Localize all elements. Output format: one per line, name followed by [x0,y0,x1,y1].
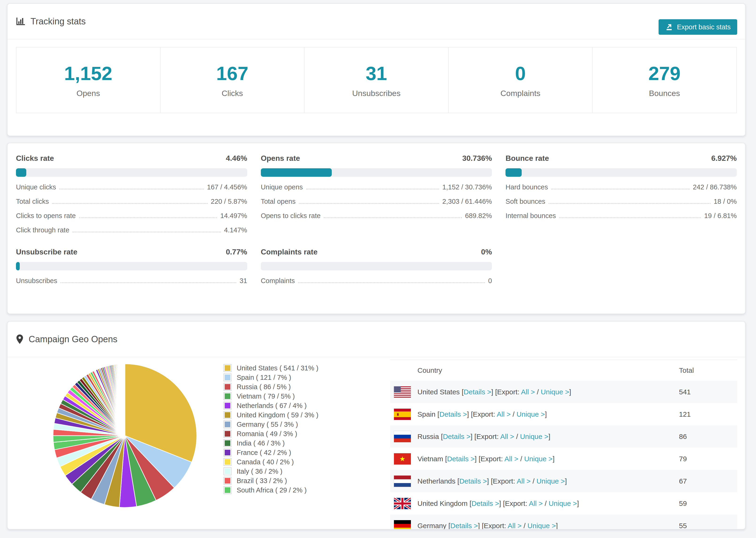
stat-label-complaints: Complaints [501,89,540,98]
dotted-leader [299,203,439,204]
geo-total-cell: 59 [678,500,737,508]
rate-title-opens-rate: Opens rate [261,154,300,163]
stat-box-complaints: 0Complaints [448,47,593,113]
geo-opens-pie-chart [52,363,198,509]
legend-item-south-africa[interactable]: South Africa ( 29 / 2% ) [224,485,334,495]
export-all-link-russia[interactable]: All > [500,433,514,440]
stat-box-opens: 1,152Opens [16,47,161,113]
rate-row-value: 167 / 4.456% [207,183,247,191]
geo-flag-cell [390,409,417,420]
geo-flag-cell [390,453,417,464]
legend-item-united-states[interactable]: United States ( 541 / 31% ) [224,363,334,373]
rate-row-clicks-to-opens-rate: Clicks to opens rate14.497% [16,212,247,220]
legend-item-germany[interactable]: Germany ( 55 / 3% ) [224,420,334,429]
legend-label-spain: Spain ( 121 / 7% ) [237,374,291,381]
legend-swatch [224,439,232,447]
legend-item-spain[interactable]: Spain ( 121 / 7% ) [224,373,334,382]
progress-bar-fill [16,262,20,270]
legend-item-united-kingdom[interactable]: United Kingdom ( 59 / 3% ) [224,410,334,420]
details-link-vietnam[interactable]: Details > [447,455,475,463]
export-unique-link-united-kingdom[interactable]: Unique > [549,500,577,507]
tracking-stats-title: Tracking stats [16,17,86,27]
rate-row-label: Total opens [261,198,296,205]
export-all-link-germany[interactable]: All > [508,522,521,529]
export-unique-link-united-states[interactable]: Unique > [541,388,569,396]
legend-swatch-color [225,487,230,493]
export-unique-link-germany[interactable]: Unique > [527,522,556,529]
legend-label-canada: Canada ( 40 / 2% ) [237,458,294,466]
dotted-leader [324,217,462,218]
rate-row-label: Unique clicks [16,183,56,191]
legend-item-italy[interactable]: Italy ( 36 / 2% ) [224,467,334,476]
legend-item-france[interactable]: France ( 42 / 2% ) [224,448,334,457]
rate-title-complaints-rate: Complaints rate [261,248,318,256]
rate-row-click-through-rate: Click through rate4.147% [16,226,247,234]
pie-slice-other-60[interactable] [125,364,125,436]
rate-row-hard-bounces: Hard bounces242 / 86.738% [506,183,737,191]
rate-value-complaints-rate: 0% [481,248,492,256]
export-unique-link-spain[interactable]: Unique > [516,410,545,418]
legend-label-vietnam: Vietnam ( 79 / 5% ) [237,393,295,400]
details-link-united-kingdom[interactable]: Details > [471,500,499,507]
rate-row-label: Internal bounces [506,212,556,220]
flag-vn-icon [394,453,411,464]
details-link-spain[interactable]: Details > [439,410,467,418]
rate-rows: Unique opens1,152 / 30.736%Total opens2,… [261,183,492,220]
legend-swatch [224,477,232,485]
legend-item-canada[interactable]: Canada ( 40 / 2% ) [224,457,334,467]
export-basic-stats-button[interactable]: Export basic stats [659,19,737,35]
tracking-stats-header: Tracking stats Export basic stats [8,4,745,39]
details-link-netherlands[interactable]: Details > [459,477,487,485]
export-all-link-spain[interactable]: All > [497,410,511,418]
stat-label-bounces: Bounces [649,89,680,98]
rate-row-value: 220 / 5.87% [211,198,247,205]
rate-row-unique-clicks: Unique clicks167 / 4.456% [16,183,247,191]
geo-country-cell: United Kingdom [Details >] [Export: All … [417,500,678,508]
export-all-link-united-states[interactable]: All > [521,388,535,396]
legend-item-india[interactable]: India ( 46 / 3% ) [224,439,334,448]
rate-row-label: Soft bounces [506,198,545,205]
legend-swatch [224,402,232,409]
rate-row-label: Total clicks [16,198,49,205]
bar-chart-icon [16,17,26,26]
legend-swatch-color [225,403,230,408]
export-all-link-netherlands[interactable]: All > [517,477,531,485]
rate-value-clicks-rate: 4.46% [226,154,247,163]
legend-label-brazil: Brazil ( 33 / 2% ) [237,477,287,485]
details-link-russia[interactable]: Details > [443,433,470,440]
rate-panel-head: Complaints rate0% [261,248,492,256]
legend-label-netherlands: Netherlands ( 67 / 4% ) [237,402,307,409]
export-all-link-united-kingdom[interactable]: All > [529,500,543,507]
rate-rows: Hard bounces242 / 86.738%Soft bounces18 … [506,183,737,220]
export-unique-link-netherlands[interactable]: Unique > [536,477,565,485]
geo-flag-cell [390,431,417,442]
rates-grid: Clicks rate4.46%Unique clicks167 / 4.456… [8,143,745,285]
legend-item-russia[interactable]: Russia ( 86 / 5% ) [224,382,334,392]
geo-content: United States ( 541 / 31% )Spain ( 121 /… [8,357,745,529]
stat-value-bounces: 279 [648,62,681,84]
legend-item-netherlands[interactable]: Netherlands ( 67 / 4% ) [224,401,334,410]
geo-flag-cell [390,386,417,398]
legend-swatch [224,486,232,494]
geo-table-row-germany: Germany [Details >] [Export: All > / Uni… [390,514,737,529]
rate-panel-head: Unsubscribe rate0.77% [16,248,247,256]
legend-swatch-color [225,440,230,446]
legend-item-brazil[interactable]: Brazil ( 33 / 2% ) [224,476,334,485]
geo-country-table: Country Total United States [Details >] … [390,360,737,529]
geo-country-cell: Netherlands [Details >] [Export: All > /… [417,477,678,485]
geo-flag-cell [390,520,417,530]
export-unique-link-russia[interactable]: Unique > [520,433,549,440]
progress-bar-opens-rate [261,168,492,177]
legend-item-romania[interactable]: Romania ( 49 / 3% ) [224,429,334,439]
tracking-stats-title-text: Tracking stats [30,17,86,27]
legend-swatch-color [225,394,230,399]
export-all-link-vietnam[interactable]: All > [504,455,518,463]
details-link-germany[interactable]: Details > [450,522,478,529]
geo-total-cell: 67 [678,477,737,485]
legend-item-vietnam[interactable]: Vietnam ( 79 / 5% ) [224,392,334,401]
geo-flag-cell [390,498,417,509]
export-unique-link-vietnam[interactable]: Unique > [524,455,553,463]
details-link-united-states[interactable]: Details > [464,388,491,396]
stat-value-unsubscribes: 31 [365,62,387,84]
stat-label-opens: Opens [77,89,100,98]
